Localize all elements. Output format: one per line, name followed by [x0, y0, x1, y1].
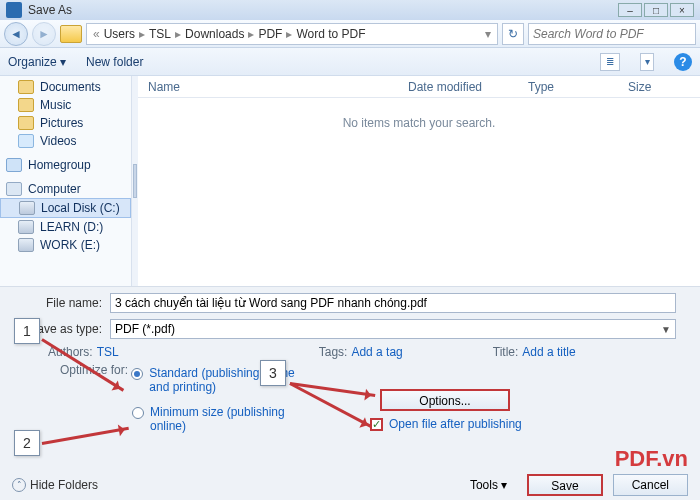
- breadcrumb-downloads[interactable]: Downloads: [185, 27, 244, 41]
- column-headers: Name Date modified Type Size: [138, 76, 700, 98]
- music-icon: [18, 98, 34, 112]
- authors-value[interactable]: TSL: [97, 345, 119, 359]
- saveastype-value: PDF (*.pdf): [115, 322, 175, 336]
- hide-folders-button[interactable]: ˄Hide Folders: [12, 478, 98, 492]
- nav-back-button[interactable]: ◄: [4, 22, 28, 46]
- sidebar-item-label: LEARN (D:): [40, 220, 103, 234]
- titlemeta-label: Title:: [493, 345, 519, 359]
- breadcrumb-users[interactable]: Users: [104, 27, 135, 41]
- sidebar-item-localdisk[interactable]: Local Disk (C:): [0, 198, 131, 218]
- sidebar-item-label: Computer: [28, 182, 81, 196]
- help-button[interactable]: ?: [674, 53, 692, 71]
- nav-forward-button[interactable]: ►: [32, 22, 56, 46]
- chevron-up-icon: ˄: [12, 478, 26, 492]
- sidebar-item-label: WORK (E:): [40, 238, 100, 252]
- videos-icon: [18, 134, 34, 148]
- drive-icon: [18, 238, 34, 252]
- open-after-label: Open file after publishing: [389, 417, 522, 431]
- filename-label: File name:: [10, 296, 110, 310]
- callout-3: 3: [260, 360, 286, 386]
- chevron-down-icon: ▼: [661, 324, 671, 335]
- empty-message: No items match your search.: [138, 116, 700, 130]
- folder-icon: [60, 25, 82, 43]
- titlemeta-value[interactable]: Add a title: [522, 345, 575, 359]
- tools-dropdown[interactable]: Tools ▾: [470, 478, 507, 492]
- sidebar-item-documents[interactable]: Documents: [0, 78, 131, 96]
- breadcrumb-wordtopdf[interactable]: Word to PDF: [296, 27, 365, 41]
- open-after-checkbox-row: ✓ Open file after publishing: [370, 417, 522, 431]
- dialog-footer: ˄Hide Folders Tools ▾ Save Cancel: [0, 474, 700, 496]
- sidebar-item-label: Videos: [40, 134, 76, 148]
- col-size[interactable]: Size: [618, 80, 661, 94]
- sidebar-item-label: Music: [40, 98, 71, 112]
- filename-input[interactable]: [110, 293, 676, 313]
- cancel-button[interactable]: Cancel: [613, 474, 688, 496]
- watermark: PDF.vn: [615, 446, 688, 472]
- sidebar-item-label: Pictures: [40, 116, 83, 130]
- col-date[interactable]: Date modified: [398, 80, 518, 94]
- sidebar-item-music[interactable]: Music: [0, 96, 131, 114]
- sidebar-item-work[interactable]: WORK (E:): [0, 236, 131, 254]
- radio-minimum[interactable]: [132, 407, 144, 419]
- close-button[interactable]: ×: [670, 3, 694, 17]
- radio-minimum-label: Minimum size (publishing online): [150, 405, 300, 433]
- sidebar-item-computer[interactable]: Computer: [0, 180, 131, 198]
- organize-button[interactable]: Organize ▾: [8, 55, 66, 69]
- hide-folders-label: Hide Folders: [30, 478, 98, 492]
- col-name[interactable]: Name: [138, 80, 398, 94]
- callout-1: 1: [14, 318, 40, 344]
- toolbar: Organize ▾ New folder ≣ ▾ ?: [0, 48, 700, 76]
- nav-sidebar: Documents Music Pictures Videos Homegrou…: [0, 76, 132, 286]
- sidebar-item-label: Homegroup: [28, 158, 91, 172]
- search-input[interactable]: [533, 27, 691, 41]
- window-titlebar: Save As – □ ×: [0, 0, 700, 20]
- file-pane: Name Date modified Type Size No items ma…: [138, 76, 700, 286]
- col-type[interactable]: Type: [518, 80, 618, 94]
- tags-label: Tags:: [319, 345, 348, 359]
- save-button[interactable]: Save: [527, 474, 602, 496]
- refresh-button[interactable]: ↻: [502, 23, 524, 45]
- drive-icon: [18, 220, 34, 234]
- tags-value[interactable]: Add a tag: [351, 345, 402, 359]
- callout-2: 2: [14, 430, 40, 456]
- breadcrumb-dropdown-icon[interactable]: ▾: [485, 27, 491, 41]
- radio-standard[interactable]: [131, 368, 143, 380]
- gripper-icon: [133, 164, 137, 198]
- drive-icon: [19, 201, 35, 215]
- breadcrumb-overflow[interactable]: «: [93, 27, 100, 41]
- breadcrumb-tsl[interactable]: TSL: [149, 27, 171, 41]
- breadcrumb-bar[interactable]: « Users▸ TSL▸ Downloads▸ PDF▸ Word to PD…: [86, 23, 498, 45]
- view-button[interactable]: ≣: [600, 53, 620, 71]
- sidebar-item-homegroup[interactable]: Homegroup: [0, 156, 131, 174]
- maximize-button[interactable]: □: [644, 3, 668, 17]
- nav-bar: ◄ ► « Users▸ TSL▸ Downloads▸ PDF▸ Word t…: [0, 20, 700, 48]
- computer-icon: [6, 182, 22, 196]
- sidebar-item-videos[interactable]: Videos: [0, 132, 131, 150]
- minimize-button[interactable]: –: [618, 3, 642, 17]
- homegroup-icon: [6, 158, 22, 172]
- app-icon: [6, 2, 22, 18]
- new-folder-button[interactable]: New folder: [86, 55, 143, 69]
- search-box[interactable]: [528, 23, 696, 45]
- documents-icon: [18, 80, 34, 94]
- sidebar-item-pictures[interactable]: Pictures: [0, 114, 131, 132]
- breadcrumb-pdf[interactable]: PDF: [258, 27, 282, 41]
- options-button[interactable]: Options...: [380, 389, 510, 411]
- window-title: Save As: [28, 3, 618, 17]
- sidebar-item-label: Local Disk (C:): [41, 201, 120, 215]
- metadata-row: Authors:TSL Tags:Add a tag Title:Add a t…: [48, 345, 690, 359]
- pictures-icon: [18, 116, 34, 130]
- saveastype-combo[interactable]: PDF (*.pdf)▼: [110, 319, 676, 339]
- sidebar-item-learn[interactable]: LEARN (D:): [0, 218, 131, 236]
- view-dropdown[interactable]: ▾: [640, 53, 654, 71]
- sidebar-item-label: Documents: [40, 80, 101, 94]
